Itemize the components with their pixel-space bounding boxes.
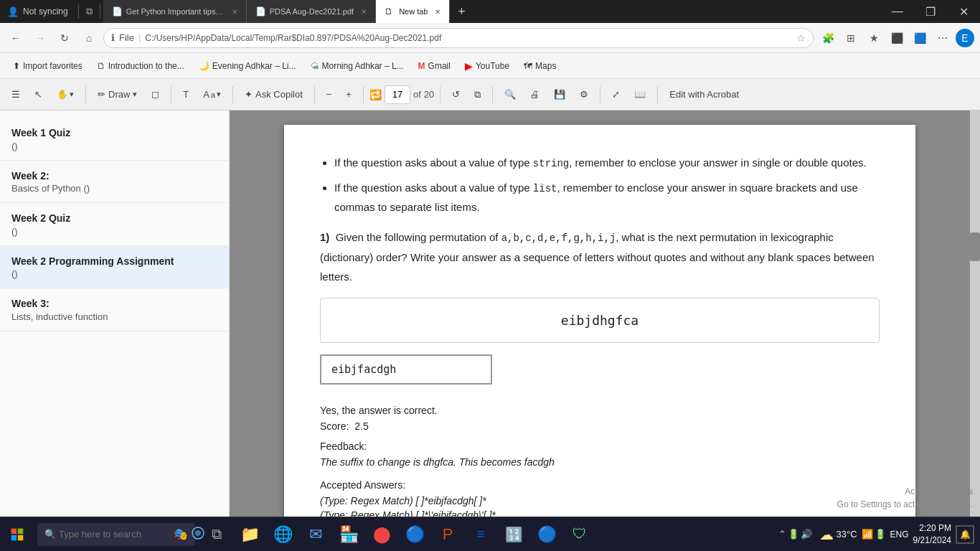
cortana-icon: 🎭 (174, 527, 188, 541)
favorites-button[interactable]: ★ (864, 28, 884, 48)
file-explorer-icon: 📁 (240, 525, 260, 544)
weather-tray[interactable]: ☁ 33°C (819, 526, 857, 543)
taskbar-search-box[interactable]: 🔍 🎭 (37, 523, 195, 546)
rotate-icon[interactable]: 🔁 (369, 89, 382, 100)
bookmark-gmail[interactable]: M Gmail (413, 58, 456, 74)
sep-7 (492, 86, 493, 103)
main-area: Week 1 Quiz () Week 2: Basics of Python … (0, 110, 980, 517)
taskbar-chrome[interactable]: 🔵 (399, 517, 430, 552)
new-tab-button[interactable]: + (450, 0, 473, 23)
tray-network-icon[interactable]: 🔋 (788, 529, 799, 540)
bookmark-import-favorites[interactable]: ⬆ Import favorites (7, 58, 88, 74)
zoom-out-button[interactable]: − (321, 84, 338, 105)
pdf-input-box[interactable]: eibjfacdgh (320, 354, 492, 385)
immersive-reader-button[interactable]: 📖 (628, 84, 651, 105)
sidebar-item-week2-quiz[interactable]: Week 2 Quiz () (0, 203, 229, 246)
print-button[interactable]: 🖨 (524, 84, 545, 105)
search-pdf-button[interactable]: 🔍 (499, 84, 522, 105)
refresh-button[interactable]: ↻ (55, 28, 75, 48)
user-input-value: eibjfacdgh (331, 363, 396, 376)
forward-button[interactable]: → (30, 28, 50, 48)
sidebar-item-week3-lists[interactable]: Week 3: Lists, inductive function (0, 288, 229, 331)
taskbar-mail[interactable]: ✉ (300, 517, 331, 552)
tab-pdsa[interactable]: 📄 PDSA Aug-Dec2021.pdf ✕ (247, 0, 376, 23)
taskbar-edge[interactable]: 🌐 (267, 517, 298, 552)
edit-acrobat-button[interactable]: Edit with Acrobat (664, 84, 745, 105)
mail-icon: ✉ (309, 525, 322, 544)
more-tools-button[interactable]: ⚙ (574, 84, 594, 105)
undo-button[interactable]: ↺ (446, 84, 466, 105)
page-number-input[interactable]: 17 (385, 85, 410, 104)
svg-rect-2 (11, 534, 17, 540)
text-tool-button[interactable]: T (177, 84, 194, 105)
taskbar-app-icons: ⧉ 📁 🌐 ✉ 🏪 ⬤ 🔵 P ≡ 🔢 🔵 (201, 517, 595, 552)
zoom-in-button[interactable]: + (340, 84, 357, 105)
extensions-button[interactable]: 🧩 (818, 28, 838, 48)
tray-volume-icon[interactable]: 🔊 (801, 529, 812, 540)
bookmark-evening-adhkar[interactable]: 🌙 Evening Adhkar – Li... (193, 58, 302, 74)
sidebar-item-week2-prog-title: Week 2 Programming Assignment (11, 255, 217, 269)
share-button[interactable]: 🟦 (910, 28, 930, 48)
tab-close-1[interactable]: ✕ (232, 8, 237, 16)
tab-get-python[interactable]: 📄 Get Python Important tips.pdf ✕ (103, 0, 247, 23)
svg-rect-0 (11, 528, 17, 534)
edge-profile[interactable]: E (956, 29, 974, 47)
restore-button[interactable]: ❐ (914, 0, 947, 23)
select-tool-button[interactable]: ↖ (29, 84, 48, 105)
taskbar-chrome2[interactable]: 🔵 (531, 517, 562, 552)
tab-groups-button[interactable]: ⊞ (841, 28, 861, 48)
svg-rect-3 (18, 534, 24, 540)
pdf-answer-display-box: eibjdhgfca (320, 298, 880, 343)
star-icon[interactable]: ☆ (796, 32, 806, 44)
taskbar-calculator[interactable]: 🔢 (498, 517, 529, 552)
gmail-icon: M (418, 61, 425, 71)
sidebar-item-week1-quiz[interactable]: Week 1 Quiz () (0, 118, 229, 161)
hand-tool-button[interactable]: ✋ ▾ (51, 84, 80, 105)
taskbar-store[interactable]: 🏪 (333, 517, 364, 552)
taskbar-kanban[interactable]: ≡ (465, 517, 496, 552)
draw-button[interactable]: ✏ Draw ▾ (92, 84, 143, 105)
home-button[interactable]: ⌂ (79, 28, 99, 48)
tab-new[interactable]: 🗋 New tab ✕ (376, 0, 450, 23)
taskbar-security[interactable]: 🛡 (564, 517, 595, 552)
bookmark-maps[interactable]: 🗺 Maps (518, 58, 562, 74)
pdf-accepted-label: Accepted Answers: (320, 479, 880, 491)
not-syncing[interactable]: 👤 Not syncing (0, 6, 75, 17)
ask-copilot-button[interactable]: ✦ Ask Copilot (239, 84, 308, 105)
tray-icons-extra: 📶 🔋 (862, 529, 886, 540)
tray-wifi-icon[interactable]: 📶 (862, 529, 873, 540)
save-button[interactable]: 💾 (548, 84, 571, 105)
copy-icon[interactable]: ⧉ (82, 6, 97, 17)
taskview-button[interactable]: ⧉ (201, 517, 232, 552)
bookmark-morning-adhkar[interactable]: 🌤 Morning Adhkar – L... (305, 58, 410, 74)
taskbar-fileexplorer[interactable]: 📁 (234, 517, 265, 552)
sun-icon: 🌤 (311, 61, 319, 71)
clock[interactable]: 2:20 PM 9/21/2024 (913, 522, 951, 547)
tray-battery-icon[interactable]: 🔋 (875, 529, 886, 540)
pdf-scrollbar[interactable] (970, 110, 980, 517)
close-button[interactable]: ✕ (947, 0, 980, 23)
back-button[interactable]: ← (6, 28, 26, 48)
url-bar[interactable]: ℹ File | C:/Users/HP/AppData/Local/Temp/… (103, 28, 814, 48)
taskbar-search-input[interactable] (59, 529, 174, 540)
notifications-button[interactable]: 🔔 (956, 525, 974, 544)
erase-button[interactable]: ◻ (146, 84, 165, 105)
tray-up-arrow[interactable]: ⌃ (778, 529, 786, 540)
tab-close-2[interactable]: ✕ (361, 8, 367, 16)
sidebar-item-week2-basics[interactable]: Week 2: Basics of Python () (0, 161, 229, 204)
bookmark-introduction[interactable]: 🗋 Introduction to the... (91, 58, 190, 74)
bookmark-youtube[interactable]: ▶ YouTube (459, 57, 515, 75)
taskbar-ppt[interactable]: P (432, 517, 463, 552)
sidebar-item-week2-prog[interactable]: Week 2 Programming Assignment () (0, 246, 229, 289)
minimize-button[interactable]: — (881, 0, 914, 23)
tab-close-3[interactable]: ✕ (435, 8, 440, 16)
collections-button[interactable]: ⬛ (887, 28, 907, 48)
font-button[interactable]: Aa ▾ (197, 84, 227, 105)
copy-pdf-button[interactable]: ⧉ (468, 84, 486, 105)
sidebar-toggle-button[interactable]: ☰ (6, 84, 26, 105)
start-button[interactable] (0, 517, 34, 552)
bullet-item-1: If the question asks about a value of ty… (334, 154, 880, 173)
settings-button[interactable]: ⋯ (933, 28, 953, 48)
taskbar-red-app[interactable]: ⬤ (366, 517, 397, 552)
new-window-button[interactable]: ⤢ (606, 84, 626, 105)
